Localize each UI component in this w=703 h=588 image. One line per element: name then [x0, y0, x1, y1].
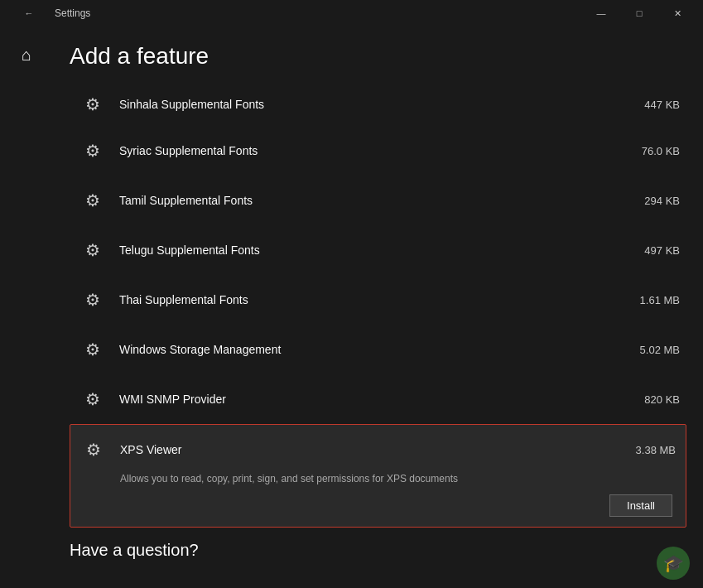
minimize-button[interactable]: — [582, 0, 620, 27]
feature-name: Syriac Supplemental Fonts [109, 144, 622, 157]
page-header: Add a feature [70, 27, 686, 83]
titlebar: ← Settings — □ ✕ [0, 0, 703, 27]
titlebar-left: ← Settings [10, 0, 90, 27]
feature-description: Allows you to read, copy, print, sign, a… [77, 471, 676, 486]
feature-size: 447 KB [622, 99, 680, 111]
main-content: Add a feature Sinhala Supplemental Fonts… [53, 27, 703, 588]
feature-item[interactable]: Sinhala Supplemental Fonts 447 KB [70, 83, 686, 126]
feature-size: 1.61 MB [622, 294, 680, 306]
feature-gear-icon [76, 383, 109, 416]
feature-item[interactable]: WMI SNMP Provider 820 KB [70, 374, 686, 424]
home-icon: ⌂ [22, 46, 31, 65]
app-title: Settings [55, 7, 90, 19]
feature-item[interactable]: Tamil Supplemental Fonts 294 KB [70, 176, 686, 225]
feature-size: 5.02 MB [622, 344, 680, 356]
feature-gear-icon [76, 283, 109, 316]
feature-gear-icon [76, 184, 109, 217]
avatar-emoji: 🎓 [663, 553, 684, 573]
feature-name: XPS Viewer [110, 443, 618, 456]
feature-size: 497 KB [622, 244, 680, 257]
feature-gear-icon [76, 134, 109, 167]
feature-item[interactable]: Telugu Supplemental Fonts 497 KB [70, 225, 686, 275]
feature-name: Telugu Supplemental Fonts [109, 243, 622, 257]
feature-name: Tamil Supplemental Fonts [109, 194, 622, 207]
feature-size: 76.0 KB [622, 145, 680, 157]
avatar: 🎓 [657, 547, 690, 580]
feature-item[interactable]: Syriac Supplemental Fonts 76.0 KB [70, 126, 686, 176]
feature-gear-icon [76, 88, 109, 121]
feature-name: Sinhala Supplemental Fonts [109, 98, 622, 111]
page-title: Add a feature [70, 43, 686, 70]
feature-item[interactable]: Thai Supplemental Fonts 1.61 MB [70, 275, 686, 325]
have-question-heading: Have a question? [70, 528, 686, 566]
back-button[interactable]: ← [10, 0, 48, 27]
content-area: ⌂ Add a feature Sinhala Supplemental Fon… [0, 27, 703, 588]
install-btn-row: Install [77, 494, 676, 517]
back-icon: ← [25, 8, 34, 18]
feature-gear-icon [76, 234, 109, 267]
feature-item-top: XPS Viewer 3.38 MB [77, 433, 676, 466]
feature-name: Windows Storage Management [109, 343, 622, 356]
home-button[interactable]: ⌂ [7, 35, 46, 75]
close-button[interactable]: ✕ [658, 0, 696, 27]
feature-name: Thai Supplemental Fonts [109, 293, 622, 306]
feature-name: WMI SNMP Provider [109, 393, 622, 406]
maximize-button[interactable]: □ [620, 0, 658, 27]
feature-list: Sinhala Supplemental Fonts 447 KB Syriac… [70, 83, 686, 528]
feature-size: 294 KB [622, 195, 680, 207]
install-button[interactable]: Install [609, 494, 672, 517]
feature-item[interactable]: Windows Storage Management 5.02 MB [70, 325, 686, 374]
window-controls: — □ ✕ [582, 0, 696, 27]
feature-size: 3.38 MB [618, 444, 676, 456]
sidebar: ⌂ [0, 27, 53, 588]
feature-item[interactable]: XPS Viewer 3.38 MB Allows you to read, c… [70, 424, 686, 528]
feature-gear-icon [76, 333, 109, 366]
feature-size: 820 KB [622, 393, 680, 406]
feature-gear-icon [77, 433, 110, 466]
